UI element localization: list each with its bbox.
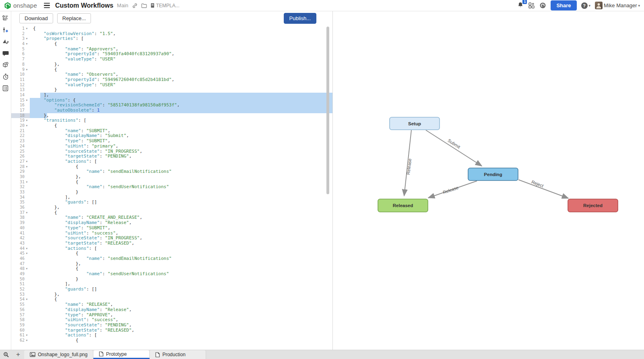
code-toolbar: Download Replace... Publish... (11, 11, 332, 25)
code-line: 11 "propertyId": "59496726040fc85d2b4181… (11, 77, 332, 83)
workflow-preview-panel: ReleaseSubmitReleaseRejectSetupPendingRe… (333, 11, 644, 350)
fold-arrow-icon[interactable]: ▾ (25, 246, 29, 251)
tab-production[interactable]: Production (150, 350, 206, 359)
svg-text:Released: Released (393, 203, 413, 208)
comment-icon[interactable] (2, 50, 9, 57)
line-number: 56 (20, 307, 25, 313)
code-line: 8 }, (11, 62, 332, 67)
link-icon[interactable] (132, 3, 138, 8)
line-number: 24 (20, 144, 25, 149)
code-editor[interactable]: 1▾{2 "osWorkflowVersion": "1.5",3▾ "prop… (11, 25, 332, 350)
line-number: 33 (20, 190, 25, 195)
line-number: 10 (20, 72, 25, 77)
publish-button[interactable]: Publish... (284, 13, 316, 24)
line-number: 41 (20, 231, 25, 236)
fold-arrow-icon[interactable]: ▾ (25, 164, 29, 170)
fold-arrow-icon[interactable]: ▾ (25, 297, 29, 302)
code-line: 40 "type": "SUBMIT", (11, 226, 332, 231)
search-tools-icon[interactable] (0, 350, 12, 359)
help-menu[interactable]: ? ▾ (581, 2, 591, 9)
appearance-icon[interactable] (2, 38, 9, 45)
code-line: 59 "sourceState": "PENDING", (11, 323, 332, 328)
line-number: 7 (22, 57, 25, 62)
node-setup: Setup (390, 117, 440, 130)
code-line: 12 "valueType": "USER" (11, 83, 332, 88)
community-icon[interactable] (539, 2, 546, 9)
breadcrumb[interactable]: TEMPLA... (151, 3, 180, 8)
fold-arrow-icon[interactable]: ▾ (25, 251, 29, 256)
line-number: 32 (20, 185, 25, 190)
line-number: 37 (20, 210, 25, 216)
line-number: 48 (20, 266, 25, 272)
history-icon[interactable] (2, 73, 9, 80)
line-number: 11 (20, 77, 25, 83)
fold-arrow-icon[interactable]: ▾ (25, 123, 29, 129)
app-store-icon[interactable] (528, 2, 535, 9)
workspace-label[interactable]: Main (117, 2, 128, 8)
tab-prototype[interactable]: Prototype (93, 350, 150, 359)
insert-icon[interactable] (2, 26, 9, 33)
line-number: 36 (20, 205, 25, 210)
fold-arrow-icon[interactable]: ▾ (25, 98, 29, 103)
fold-arrow-icon[interactable]: ▾ (25, 180, 29, 185)
document-title[interactable]: Custom Workflows (55, 2, 114, 9)
editor-scrollbar[interactable] (326, 25, 329, 350)
line-number: 8 (22, 62, 25, 67)
fold-arrow-icon[interactable]: ▾ (25, 210, 29, 216)
line-number: 19 (20, 118, 25, 123)
code-line: 43 "targetState": "RELEASED", (11, 241, 332, 246)
workflow-diagram: ReleaseSubmitReleaseRejectSetupPendingRe… (333, 11, 644, 350)
line-number: 14 (20, 93, 25, 98)
line-number: 53 (20, 292, 25, 297)
fold-arrow-icon[interactable]: ▾ (25, 42, 29, 47)
release-management-icon[interactable] (2, 15, 9, 22)
tab-label: Prototype (106, 351, 126, 357)
user-name: Mike Manager (604, 2, 637, 8)
line-number: 30 (20, 174, 25, 180)
onshape-logo-icon (4, 2, 11, 9)
tab-label: Onshape_logo_full.png (38, 352, 87, 357)
replace-button[interactable]: Replace... (57, 13, 91, 23)
code-line: 30 }, (11, 174, 332, 180)
line-number: 26 (20, 154, 25, 159)
line-number: 49 (20, 272, 25, 277)
editor-scrollbar-thumb[interactable] (326, 27, 329, 194)
line-number: 42 (20, 236, 25, 241)
line-number: 15 (20, 98, 25, 103)
line-number: 27 (20, 159, 25, 164)
fold-arrow-icon[interactable]: ▾ (25, 26, 29, 31)
fold-arrow-icon[interactable]: ▾ (25, 36, 29, 42)
fold-arrow-icon[interactable]: ▾ (25, 118, 29, 123)
fold-arrow-icon[interactable]: ▾ (25, 159, 29, 164)
line-number: 23 (20, 139, 25, 144)
svg-text:Pending: Pending (484, 172, 502, 177)
onshape-logo[interactable]: onshape (4, 2, 37, 9)
analysis-icon[interactable] (2, 61, 9, 68)
tab-onshape-logo-png[interactable]: Onshape_logo_full.png (24, 350, 93, 359)
code-line: 55 "name": "RELEASE", (11, 302, 332, 307)
line-number: 35 (20, 200, 25, 205)
line-number: 13 (20, 87, 25, 93)
help-caret-icon: ▾ (589, 4, 591, 8)
fold-arrow-icon[interactable]: ▾ (25, 338, 29, 343)
line-number: 57 (20, 313, 25, 318)
code-panel: Download Replace... Publish... 1▾{2 "osW… (11, 11, 333, 350)
line-number: 2 (22, 31, 25, 37)
context-label: TEMPLA... (156, 3, 180, 8)
line-number: 50 (20, 277, 25, 282)
line-number: 5 (22, 47, 25, 52)
notifications-button[interactable]: 1 (517, 2, 524, 10)
user-menu[interactable]: Mike Manager ▾ (595, 2, 640, 9)
share-button[interactable]: Share (551, 0, 576, 10)
hamburger-icon[interactable] (44, 3, 50, 8)
code-line: 42 "sourceState": "IN_PROGRESS", (11, 236, 332, 241)
add-tab-button[interactable]: + (12, 350, 24, 359)
fold-arrow-icon[interactable]: ▾ (25, 67, 29, 73)
download-button[interactable]: Download (19, 13, 53, 23)
code-lines: 1▾{2 "osWorkflowVersion": "1.5",3▾ "prop… (11, 26, 332, 343)
line-number: 12 (20, 83, 25, 88)
folder-icon[interactable] (141, 3, 147, 8)
notes-icon[interactable] (2, 85, 9, 92)
fold-arrow-icon[interactable]: ▾ (25, 333, 29, 338)
fold-arrow-icon[interactable]: ▾ (25, 266, 29, 272)
